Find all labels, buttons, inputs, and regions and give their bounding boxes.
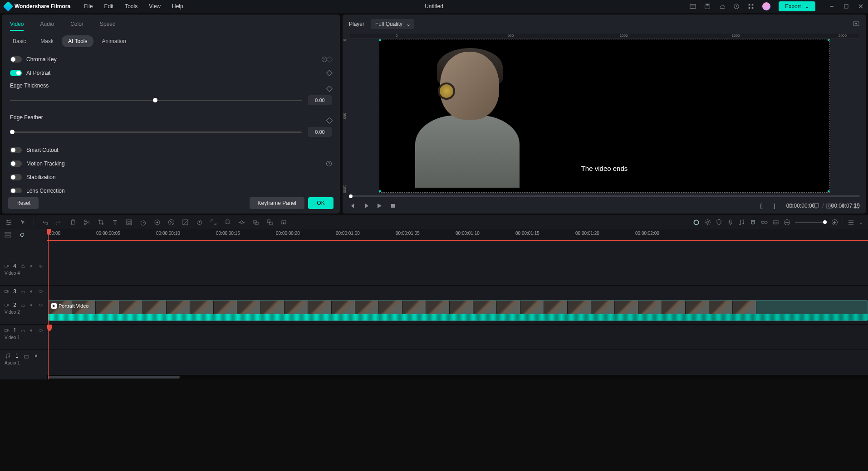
magnet-icon[interactable] — [750, 219, 756, 226]
menu-tools[interactable]: Tools — [125, 3, 137, 10]
snapshot-icon[interactable] — [826, 203, 833, 209]
mute-icon[interactable] — [29, 327, 34, 334]
track-v2[interactable]: Portrait Video — [47, 299, 868, 324]
export-button[interactable]: Export ⌄ — [779, 1, 815, 11]
keyframe-icon[interactable] — [238, 219, 245, 226]
resize-handle[interactable] — [828, 39, 830, 41]
keyframe-diamond[interactable] — [326, 56, 333, 63]
scrollbar-thumb[interactable] — [48, 376, 180, 379]
gear-icon[interactable] — [704, 219, 711, 226]
eye-icon[interactable] — [39, 263, 43, 269]
lock-icon[interactable] — [21, 327, 25, 334]
maximize-icon[interactable] — [843, 4, 849, 9]
subtab-mask[interactable]: Mask — [34, 35, 60, 47]
resize-handle[interactable] — [379, 190, 381, 193]
select-icon[interactable] — [20, 219, 26, 226]
mute-icon[interactable] — [29, 288, 34, 295]
detach-audio-icon[interactable] — [168, 219, 175, 226]
mute-icon[interactable] — [29, 302, 34, 308]
timeline-scrollbar[interactable] — [47, 375, 868, 379]
crop-icon[interactable] — [98, 219, 104, 226]
nest-icon[interactable] — [266, 219, 273, 226]
redo-icon[interactable] — [55, 219, 62, 226]
toggle-chroma-key[interactable] — [10, 56, 22, 63]
track-a1[interactable] — [47, 350, 868, 375]
resize-handle[interactable] — [379, 39, 381, 41]
expand-icon[interactable] — [210, 219, 217, 226]
keyframe-diamond[interactable] — [326, 70, 333, 76]
menu-edit[interactable]: Edit — [104, 3, 113, 10]
video-icon[interactable] — [5, 327, 9, 334]
reset-button[interactable]: Reset — [8, 197, 39, 209]
help-icon[interactable]: ? — [326, 161, 332, 166]
video-icon[interactable] — [5, 263, 9, 269]
subtab-animation[interactable]: Animation — [95, 35, 132, 47]
tracks-icon[interactable] — [5, 232, 11, 238]
lock-icon[interactable] — [21, 288, 25, 295]
eye-icon[interactable] — [39, 302, 43, 308]
prev-frame-icon[interactable] — [349, 203, 355, 209]
quality-select[interactable]: Full Quality — [371, 19, 414, 29]
toggle-lens-correction[interactable] — [10, 188, 22, 193]
toggle-ai-portrait[interactable] — [10, 70, 22, 76]
mark-icon[interactable] — [196, 219, 203, 226]
lock-icon[interactable] — [23, 353, 29, 359]
slider-edge-feather[interactable] — [10, 131, 302, 133]
auto-ripple-icon[interactable] — [693, 219, 700, 226]
music-icon[interactable] — [738, 219, 745, 226]
apps-icon[interactable] — [748, 3, 754, 10]
caption-icon[interactable] — [772, 219, 779, 226]
link-icon[interactable] — [19, 232, 25, 238]
marker-icon[interactable] — [224, 219, 231, 226]
playhead[interactable] — [48, 229, 49, 379]
audio-icon[interactable] — [5, 353, 11, 359]
fullscreen-icon[interactable] — [853, 203, 860, 209]
chevron-down-icon[interactable]: ⌄ — [801, 203, 805, 209]
tab-speed[interactable]: Speed — [100, 18, 116, 31]
list-icon[interactable] — [848, 219, 854, 226]
undo-icon[interactable] — [41, 219, 48, 226]
track-v1[interactable] — [47, 324, 868, 350]
eye-icon[interactable] — [39, 327, 43, 334]
text-icon[interactable] — [112, 219, 118, 226]
video-icon[interactable] — [5, 302, 9, 308]
eye-icon[interactable] — [39, 288, 43, 295]
mute-icon[interactable] — [29, 263, 34, 269]
tab-video[interactable]: Video — [10, 18, 24, 31]
subtab-basic[interactable]: Basic — [6, 35, 32, 47]
minimize-icon[interactable] — [829, 4, 834, 9]
split-icon[interactable] — [83, 219, 90, 226]
tab-audio[interactable]: Audio — [40, 18, 54, 31]
stop-icon[interactable] — [390, 203, 396, 209]
toggle-motion-tracking[interactable] — [10, 160, 22, 167]
delete-icon[interactable] — [69, 219, 76, 226]
keyframe-panel-button[interactable]: Keyframe Panel — [250, 197, 304, 209]
zoom-slider[interactable] — [795, 222, 827, 223]
track-v4[interactable] — [47, 260, 868, 285]
mark-out-icon[interactable]: } — [774, 203, 780, 209]
preview-frame[interactable]: The video ends — [379, 39, 830, 193]
keyframe-diamond[interactable] — [326, 86, 333, 92]
cloud-icon[interactable] — [719, 3, 725, 10]
keyframe-diamond[interactable] — [326, 117, 333, 124]
zoom-out-icon[interactable] — [784, 219, 790, 226]
value-edge-thickness[interactable]: 0.00 — [308, 95, 332, 105]
display-settings-icon[interactable] — [853, 20, 860, 28]
video-clip[interactable]: Portrait Video — [48, 300, 868, 321]
mic-icon[interactable] — [727, 219, 734, 226]
seekbar[interactable] — [349, 195, 860, 197]
lock-icon[interactable] — [21, 302, 25, 308]
adjust-icon[interactable] — [5, 219, 12, 226]
user-avatar[interactable] — [762, 2, 770, 10]
toggle-smart-cutout[interactable] — [10, 147, 22, 153]
close-icon[interactable] — [858, 4, 863, 9]
mark-in-icon[interactable]: { — [760, 203, 766, 209]
crop-zoom-icon[interactable] — [126, 219, 132, 226]
preview-area[interactable]: 0 500 1000 The video ends — [350, 39, 859, 193]
seek-thumb[interactable] — [349, 194, 353, 198]
subtab-ai-tools[interactable]: AI Tools — [62, 35, 93, 47]
group-icon[interactable] — [252, 219, 259, 226]
link-icon[interactable] — [761, 219, 768, 226]
play-icon[interactable] — [376, 203, 383, 209]
video-icon[interactable] — [5, 288, 9, 295]
